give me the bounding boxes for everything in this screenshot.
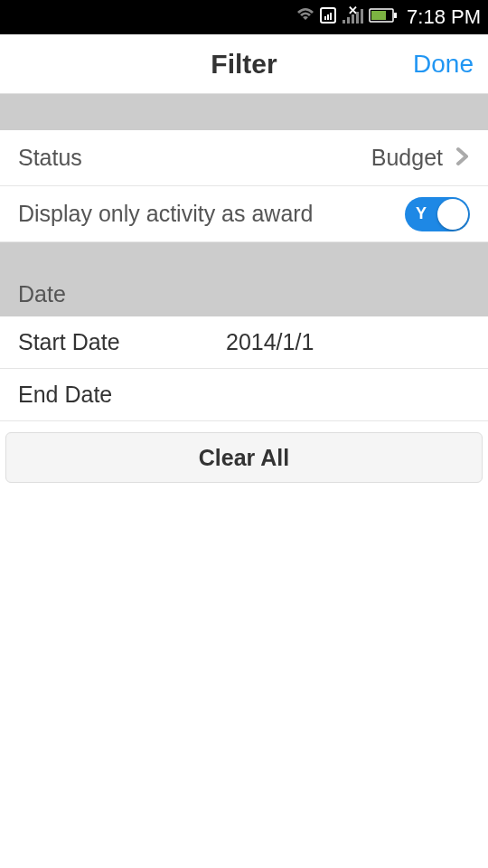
data-icon — [318, 5, 338, 29]
toggle-knob — [437, 199, 468, 230]
svg-rect-5 — [343, 20, 345, 24]
svg-rect-2 — [327, 14, 329, 20]
toggle-state-label: Y — [416, 204, 427, 223]
display-award-row: Display only activity as award Y — [0, 186, 488, 242]
clear-all-label: Clear All — [199, 445, 290, 471]
svg-rect-12 — [394, 13, 397, 18]
end-date-label: End Date — [18, 382, 226, 408]
done-button[interactable]: Done — [413, 50, 474, 79]
status-bar-icons: ✕ — [296, 5, 398, 29]
date-section-header: Date — [0, 242, 488, 316]
status-bar: ✕ 7:18 PM — [0, 0, 488, 34]
wifi-icon — [296, 7, 315, 27]
svg-rect-6 — [347, 17, 350, 24]
svg-rect-11 — [371, 11, 386, 20]
status-row[interactable]: Status Budget — [0, 130, 488, 186]
start-date-row[interactable]: Start Date 2014/1/1 — [0, 316, 488, 369]
start-date-value: 2014/1/1 — [226, 329, 314, 355]
clear-all-button[interactable]: Clear All — [5, 432, 483, 483]
display-award-toggle[interactable]: Y — [405, 197, 470, 231]
header: Filter Done — [0, 34, 488, 94]
status-value: Budget — [371, 145, 443, 171]
date-header-label: Date — [18, 281, 66, 307]
clear-button-container: Clear All — [0, 421, 488, 494]
svg-rect-3 — [330, 13, 332, 20]
status-label: Status — [18, 145, 371, 171]
start-date-label: Start Date — [18, 329, 226, 355]
signal-icon: ✕ — [341, 5, 366, 29]
status-time: 7:18 PM — [407, 5, 481, 29]
chevron-right-icon — [455, 146, 470, 171]
end-date-row[interactable]: End Date — [0, 369, 488, 421]
page-title: Filter — [211, 49, 277, 80]
svg-rect-9 — [361, 9, 363, 24]
svg-rect-1 — [324, 16, 326, 20]
display-award-label: Display only activity as award — [18, 201, 405, 227]
battery-icon — [369, 7, 398, 27]
svg-rect-7 — [352, 14, 354, 24]
svg-rect-8 — [356, 12, 359, 24]
section-gap — [0, 94, 488, 130]
